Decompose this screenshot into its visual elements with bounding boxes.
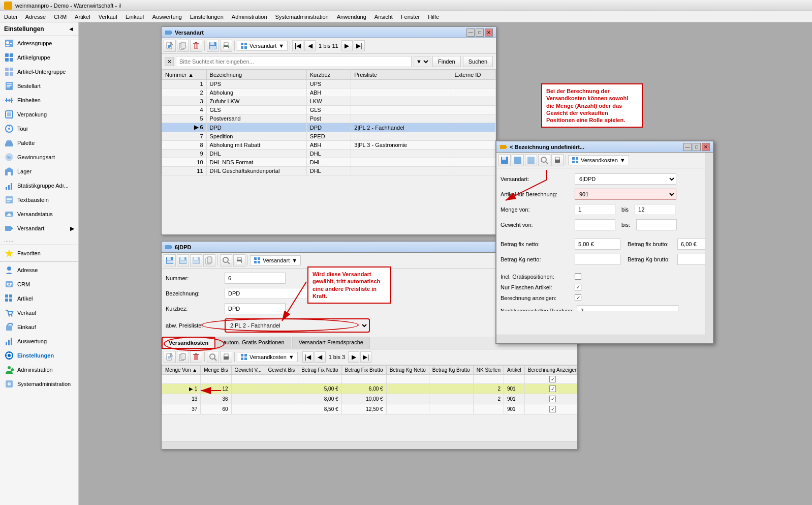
vk-next-btn[interactable]: ▶ [348, 351, 359, 363]
kurzbez-input[interactable] [225, 303, 286, 314]
menu-systemadmin[interactable]: Systemadministration [271, 13, 333, 21]
table-row[interactable]: 13 36 8,00 € 10,00 € 2 901 [162, 394, 578, 404]
col-kurzbez[interactable]: Kurzbez [306, 70, 351, 80]
tab-versandart-fremd[interactable]: Versandart Fremdsprache [292, 337, 370, 349]
vk-col-bkb[interactable]: Betrag Kg Brutto [429, 366, 473, 375]
table-row[interactable] [162, 375, 578, 384]
versandart-layout-dropdown[interactable]: Versandart ▼ [237, 41, 288, 51]
detail-save-btn[interactable] [498, 154, 511, 166]
search-clear-btn[interactable]: ✕ [165, 57, 174, 66]
sidebar-item-tour[interactable]: Tour [0, 122, 78, 136]
table-row[interactable]: 5PostversandPost [162, 114, 496, 123]
vk-col-nk[interactable]: NK Stellen [473, 366, 504, 375]
table-row[interactable]: 1UPSUPS [162, 80, 496, 88]
detail-search-btn[interactable] [538, 154, 550, 166]
versandkosten-table-container[interactable]: Menge Von ▲ Menge Bis Gewicht V... Gewic… [162, 365, 577, 414]
col-preisliste[interactable]: Preisliste [351, 70, 451, 80]
vk-copy-btn[interactable] [177, 351, 189, 363]
sidebar-item-palette[interactable]: Palette [0, 136, 78, 150]
detail-nur-flaschen-checkbox[interactable] [575, 284, 581, 290]
dpd-save3-btn[interactable] [190, 254, 202, 266]
detail-gewicht-von-input[interactable] [575, 219, 615, 230]
sidebar-item-statistikgruppe[interactable]: Statistikgruppe Adr... [0, 179, 78, 193]
detail-versandart-select[interactable]: 6|DPD [575, 173, 676, 185]
table-row[interactable]: ▶ 1 12 5,00 € 6,00 € 2 901 [162, 384, 578, 394]
vk-col-mbis[interactable]: Menge Bis [201, 366, 231, 375]
vk-print-btn[interactable] [220, 351, 232, 363]
detail-scrollbar-v[interactable] [705, 153, 713, 343]
versandart-maximize-btn[interactable]: □ [476, 28, 484, 37]
versandart-prev-btn[interactable]: ◀ [304, 40, 316, 51]
vk-col-gbis[interactable]: Gewicht Bis [265, 366, 298, 375]
detail-menge-von-input[interactable] [575, 204, 615, 215]
dpd-save2-btn[interactable] [177, 254, 189, 266]
vk-col-bfn[interactable]: Betrag Fix Netto [298, 366, 341, 375]
table-row[interactable]: ▶ 6DPDDPD2|PL 2 - Fachhandel [162, 123, 496, 132]
ba-header-checkbox[interactable] [549, 376, 556, 382]
detail-berechnung-checkbox[interactable] [575, 294, 581, 301]
table-row[interactable]: 3Zufuhr LKWLKW [162, 97, 496, 106]
table-row[interactable]: 8Abholung mit RabattABH3|PL 3 - Gastrono… [162, 141, 496, 150]
vk-col-bfb[interactable]: Betrag Fix Brutto [341, 366, 386, 375]
sidebar-item-systemadmin[interactable]: Systemadministration [0, 377, 78, 391]
versandart-copy-btn[interactable] [177, 40, 189, 52]
menu-verkauf[interactable]: Verkauf [95, 13, 121, 21]
sidebar-item-textbaustein[interactable]: Textbaustein [0, 193, 78, 207]
menu-ansicht[interactable]: Ansicht [370, 13, 397, 21]
table-row[interactable]: 4GLSGLS [162, 106, 496, 114]
finden-btn[interactable]: Finden [432, 56, 461, 67]
detail-bis-input[interactable] [635, 204, 675, 215]
versandart-expand-icon[interactable]: ▶ [70, 225, 74, 232]
vk-col-bkn[interactable]: Betrag Kg Netto [386, 366, 429, 375]
sidebar-item-einstellungen[interactable]: Einstellungen [0, 348, 78, 363]
versandart-print-btn[interactable] [220, 40, 232, 52]
ba-r1-checkbox[interactable] [549, 385, 556, 392]
vk-layout-dropdown[interactable]: Versandkosten ▼ [237, 352, 298, 362]
vk-col-gvon[interactable]: Gewicht V... [231, 366, 265, 375]
sidebar-item-gewinnungsart[interactable]: % Gewinnungsart [0, 150, 78, 164]
vk-prev-btn[interactable]: ◀ [315, 351, 326, 363]
vk-col-mvon[interactable]: Menge Von ▲ [162, 366, 201, 375]
sidebar-item-adressgruppe[interactable]: Adressgruppe [0, 36, 78, 50]
sidebar-item-artikel[interactable]: Artikel [0, 291, 78, 306]
sidebar-item-verpackung[interactable]: Verpackung [0, 107, 78, 122]
sidebar-item-versandstatus[interactable]: Versandstatus [0, 207, 78, 221]
menu-fenster[interactable]: Fenster [397, 13, 424, 21]
detail-artikel-select[interactable]: 901 [575, 189, 676, 200]
versandart-new-btn[interactable] [164, 40, 176, 52]
dpd-save-btn[interactable] [164, 254, 176, 266]
table-row[interactable]: 10DHL NDS FormatDHL [162, 158, 496, 167]
versandart-save-btn[interactable] [207, 40, 219, 52]
table-row[interactable]: 9DHLDHL [162, 150, 496, 158]
menu-hilfe[interactable]: Hilfe [424, 13, 443, 21]
detail-incl-gratis-checkbox[interactable] [575, 273, 581, 280]
table-row[interactable]: 2AbholungABH [162, 88, 496, 97]
detail-bfn-input[interactable] [575, 239, 620, 250]
detail-gewicht-bis-input[interactable] [636, 219, 677, 230]
versandart-table-container[interactable]: Nummer ▲ Bezeichnung Kurzbez Preisliste … [162, 70, 496, 175]
vk-last-btn[interactable]: ▶| [360, 351, 371, 363]
vk-new-btn[interactable] [164, 351, 176, 363]
detail-print-btn[interactable] [551, 154, 564, 166]
detail-close-btn[interactable]: ✕ [702, 143, 710, 151]
vk-search-btn[interactable] [207, 351, 219, 363]
tab-versandkosten[interactable]: Versandkosten [162, 337, 215, 349]
table-row[interactable]: 37 60 8,50 € 12,50 € 901 [162, 404, 578, 414]
sidebar-item-crm[interactable]: CRM [0, 277, 78, 291]
detail-maximize-btn[interactable]: □ [693, 143, 701, 151]
menu-administration[interactable]: Administration [228, 13, 271, 21]
sidebar-item-adresse[interactable]: Adresse [0, 263, 78, 277]
menu-einstellungen[interactable]: Einstellungen [186, 13, 228, 21]
vk-first-btn[interactable]: |◀ [302, 351, 314, 363]
dpd-layout-dropdown[interactable]: Versandart ▼ [250, 255, 301, 265]
versandart-last-btn[interactable]: ▶| [354, 40, 365, 51]
sidebar-item-artikel-untergruppe[interactable]: Artikel-Untergruppe [0, 65, 78, 79]
ba-r3-checkbox[interactable] [549, 406, 556, 412]
vk-delete-btn[interactable] [190, 351, 202, 363]
sidebar-item-bestellart[interactable]: Bestellart [0, 79, 78, 93]
nummer-input[interactable] [225, 273, 286, 284]
sidebar-item-versandart[interactable]: Versandart ▶ [0, 221, 78, 235]
detail-save3-btn[interactable] [525, 154, 537, 166]
col-bezeichnung[interactable]: Bezeichnung [206, 70, 306, 80]
ba-r2-checkbox[interactable] [549, 396, 556, 402]
